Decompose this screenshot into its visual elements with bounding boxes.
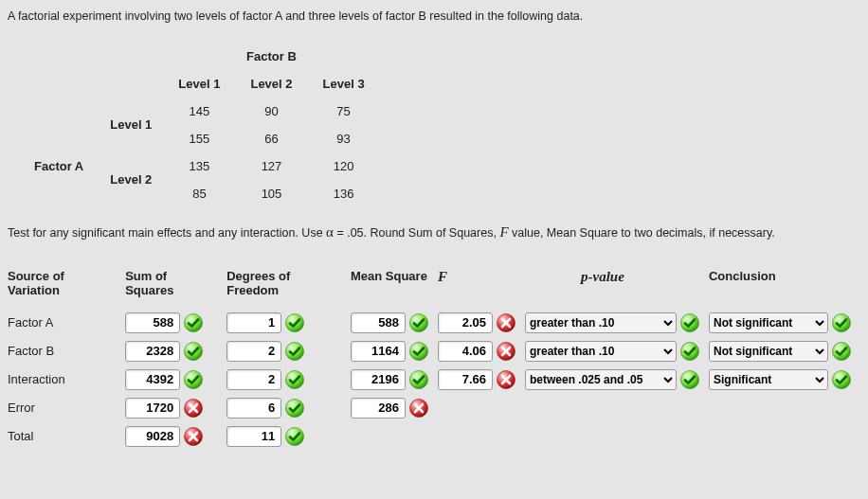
row-error: Error — [8, 394, 860, 422]
select-a-p[interactable]: greater than .10 — [525, 312, 677, 333]
check-icon — [832, 370, 851, 389]
hdr-f: F — [438, 267, 525, 309]
input-b-df[interactable] — [226, 341, 281, 362]
input-i-df[interactable] — [226, 369, 281, 390]
col-level-2: Level 2 — [235, 70, 307, 98]
cell-a1b1-r2: 155 — [163, 125, 235, 152]
anova-table: Source of Variation Sum of Squares Degre… — [8, 267, 860, 451]
select-b-p[interactable]: greater than .10 — [525, 341, 677, 362]
input-b-ss[interactable] — [125, 341, 180, 362]
input-e-ss[interactable] — [125, 398, 180, 419]
row-total: Total — [8, 422, 860, 451]
input-i-ms[interactable] — [351, 369, 406, 390]
input-a-ss[interactable] — [125, 312, 180, 333]
check-icon — [832, 342, 851, 361]
problem-statement: A factorial experiment involving two lev… — [8, 8, 860, 26]
cell-a2b1-r1: 135 — [163, 152, 235, 180]
label-total: Total — [8, 422, 125, 451]
x-icon — [497, 313, 515, 332]
cell-a2b1-r2: 85 — [163, 180, 235, 207]
input-b-f[interactable] — [438, 341, 493, 362]
check-icon — [285, 342, 304, 361]
select-b-c[interactable]: Not significant — [709, 341, 828, 362]
label-factor-b: Factor B — [8, 337, 125, 365]
label-error: Error — [8, 394, 125, 422]
cell-a1b2-r1: 90 — [235, 98, 307, 125]
check-icon — [285, 313, 304, 332]
x-icon — [409, 399, 428, 418]
input-t-df[interactable] — [226, 426, 281, 447]
check-icon — [409, 313, 428, 332]
input-e-ms[interactable] — [351, 398, 406, 419]
factor-b-header: Factor B — [163, 43, 379, 70]
check-icon — [832, 313, 851, 332]
check-icon — [285, 427, 304, 446]
data-table: Factor B Level 1 Level 2 Level 3 Level 1… — [19, 43, 380, 207]
col-level-3: Level 3 — [308, 70, 380, 98]
cell-a2b3-r2: 136 — [308, 180, 380, 207]
hdr-sov: Source of Variation — [8, 267, 125, 309]
input-a-f[interactable] — [438, 312, 493, 333]
cell-a2b2-r2: 105 — [235, 180, 307, 207]
hdr-df: Degrees of Freedom — [226, 267, 351, 309]
input-e-df[interactable] — [226, 398, 281, 419]
x-icon — [497, 342, 515, 361]
check-icon — [285, 399, 304, 418]
check-icon — [409, 370, 428, 389]
hdr-conc: Conclusion — [709, 267, 860, 309]
label-interaction: Interaction — [8, 365, 125, 394]
check-icon — [184, 370, 203, 389]
factor-a-header: Factor A — [19, 125, 95, 207]
label-factor-a: Factor A — [8, 309, 125, 337]
col-level-1: Level 1 — [163, 70, 235, 98]
check-icon — [680, 342, 699, 361]
cell-a1b3-r2: 93 — [308, 125, 380, 152]
input-t-ss[interactable] — [125, 426, 180, 447]
input-a-ms[interactable] — [351, 312, 406, 333]
select-a-c[interactable]: Not significant — [709, 312, 828, 333]
check-icon — [409, 342, 428, 361]
check-icon — [680, 313, 699, 332]
input-a-df[interactable] — [226, 312, 281, 333]
input-b-ms[interactable] — [351, 341, 406, 362]
hdr-p: p-value — [525, 267, 709, 309]
input-i-ss[interactable] — [125, 369, 180, 390]
x-icon — [184, 399, 203, 418]
check-icon — [184, 313, 203, 332]
instructions: Test for any significant main effects an… — [8, 224, 860, 241]
row-level-1: Level 1 — [95, 98, 163, 152]
x-icon — [497, 370, 515, 389]
row-interaction: Interaction between .025 and .05 Signifi… — [8, 365, 860, 394]
cell-a2b2-r1: 127 — [235, 152, 307, 180]
x-icon — [184, 427, 203, 446]
cell-a1b3-r1: 75 — [308, 98, 380, 125]
input-i-f[interactable] — [438, 369, 493, 390]
select-i-p[interactable]: between .025 and .05 — [525, 369, 677, 390]
check-icon — [680, 370, 699, 389]
select-i-c[interactable]: Significant — [709, 369, 828, 390]
check-icon — [285, 370, 304, 389]
hdr-ss: Sum of Squares — [125, 267, 226, 309]
cell-a2b3-r1: 120 — [308, 152, 380, 180]
row-factor-a: Factor A greater than .10 Not significan… — [8, 309, 860, 337]
check-icon — [184, 342, 203, 361]
row-factor-b: Factor B greater than .10 Not significan… — [8, 337, 860, 365]
cell-a1b1-r1: 145 — [163, 98, 235, 125]
hdr-ms: Mean Square — [351, 267, 438, 309]
cell-a1b2-r2: 66 — [235, 125, 307, 152]
row-level-2: Level 2 — [95, 152, 163, 207]
